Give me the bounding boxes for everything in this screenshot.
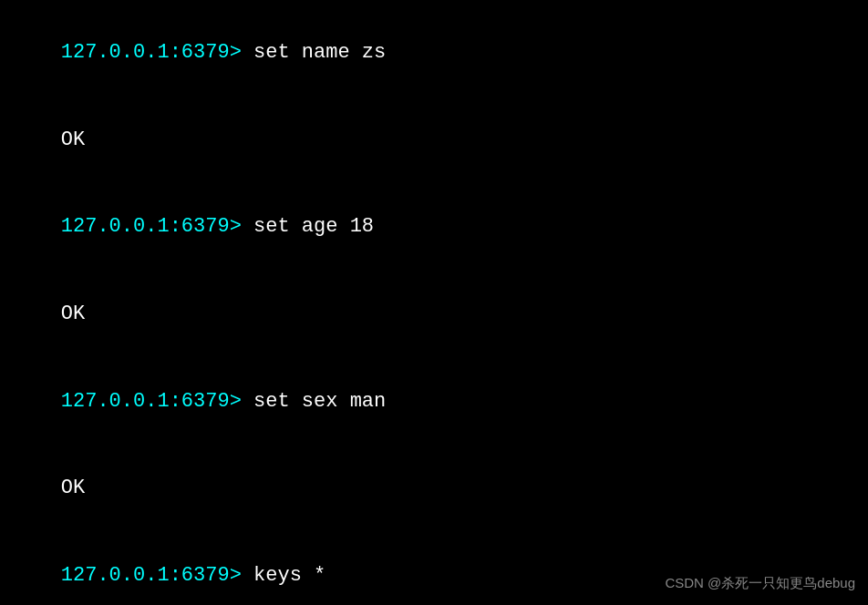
prompt-4: 127.0.0.1:6379> (61, 564, 253, 587)
watermark: CSDN @杀死一只知更鸟debug (665, 575, 855, 592)
ok-1: OK (61, 128, 85, 151)
line-1: 127.0.0.1:6379> set name zs (13, 9, 855, 97)
prompt-3: 127.0.0.1:6379> (61, 390, 253, 413)
line-7: 127.0.0.1:6379> keys * (13, 532, 855, 605)
ok-3: OK (61, 477, 85, 499)
cmd-1: set name zs (253, 41, 386, 64)
cmd-4: keys * (253, 564, 326, 587)
line-4: OK (13, 271, 855, 358)
line-2: OK (13, 97, 855, 184)
cmd-2: set age 18 (253, 215, 374, 238)
line-3: 127.0.0.1:6379> set age 18 (13, 183, 855, 271)
line-6: OK (13, 445, 855, 532)
prompt-2: 127.0.0.1:6379> (61, 215, 253, 238)
prompt-1: 127.0.0.1:6379> (61, 41, 253, 64)
line-5: 127.0.0.1:6379> set sex man (13, 358, 855, 446)
ok-2: OK (61, 302, 85, 325)
terminal-window: 127.0.0.1:6379> set name zs OK 127.0.0.1… (0, 0, 868, 605)
cmd-3: set sex man (253, 390, 386, 413)
